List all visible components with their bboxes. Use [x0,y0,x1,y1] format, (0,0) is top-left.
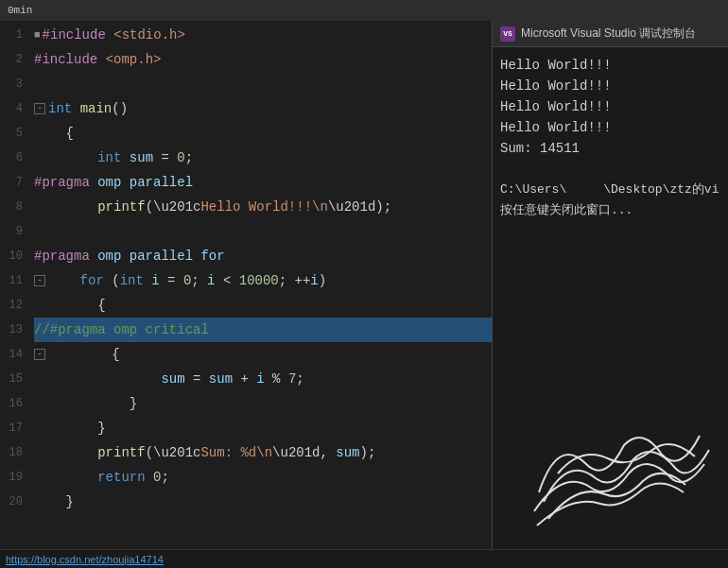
collapse-for[interactable]: - [34,275,45,286]
code-line-1: ■ #include <stdio.h> [34,23,492,47]
code-content: 1 2 3 4 5 6 7 8 9 10 11 12 13 14 15 16 1… [0,21,492,549]
collapse-inner[interactable]: - [34,349,45,360]
code-line-13: //#pragma omp critical [34,318,492,342]
code-line-2: #include <omp.h> [34,47,492,72]
include-icon-1: ■ [34,23,41,47]
console-line-6 [500,159,720,180]
code-line-9 [34,219,492,244]
code-line-15: sum = sum + i % 7 ; [34,367,492,391]
console-line-4: Hello World!!! [500,117,720,138]
console-panel: VS Microsoft Visual Studio 调试控制台 Hello W… [492,21,728,549]
code-line-8: printf (\u201c Hello World!!!\n \u201d); [34,195,492,219]
code-line-19: return 0 ; [34,465,492,490]
code-line-16: } [34,391,492,416]
doodle-overlay [529,417,719,530]
console-line-8: 按任意键关闭此窗口... [500,200,720,221]
console-line-3: Hello World!!! [500,96,720,117]
code-line-14: - { [34,342,492,367]
code-panel: 1 2 3 4 5 6 7 8 9 10 11 12 13 14 15 16 1… [0,21,492,549]
code-line-17: } [34,416,492,440]
main-area: 1 2 3 4 5 6 7 8 9 10 11 12 13 14 15 16 1… [0,21,728,549]
code-line-6: int sum = 0 ; [34,146,492,170]
bottom-bar: https://blog.csdn.net/zhoujia14714 [0,549,728,568]
console-title-icon: VS [500,26,515,42]
console-line-1: Hello World!!! [500,55,720,76]
top-bar-label: 0min [8,5,32,16]
bottom-url[interactable]: https://blog.csdn.net/zhoujia14714 [6,554,164,565]
code-line-4: - int main () [34,96,492,121]
code-line-20: } [34,490,492,514]
code-line-11: - for ( int i = 0 ; i < 10000 ; ++ i [34,268,492,293]
code-line-5: { [34,121,492,146]
code-line-3 [34,72,492,96]
code-line-10: #pragma omp parallel for [34,244,492,268]
console-line-5: Sum: 14511 [500,138,720,159]
collapse-main[interactable]: - [34,103,45,114]
console-line-7: C:\Users\ \Desktop\ztz的vi [500,180,720,200]
code-line-12: { [34,293,492,318]
console-title-text: Microsoft Visual Studio 调试控制台 [521,26,696,42]
code-line-7: #pragma omp parallel [34,170,492,195]
console-line-2: Hello World!!! [500,76,720,96]
line-numbers: 1 2 3 4 5 6 7 8 9 10 11 12 13 14 15 16 1… [0,21,26,549]
console-body: Hello World!!! Hello World!!! Hello Worl… [493,47,728,549]
code-line-18: printf (\u201c Sum: %d\n \u201d, sum ); [34,440,492,465]
top-bar: 0min [0,0,728,21]
code-lines: ■ #include <stdio.h> #include <omp.h> - … [26,21,492,549]
console-title-bar: VS Microsoft Visual Studio 调试控制台 [493,21,728,47]
